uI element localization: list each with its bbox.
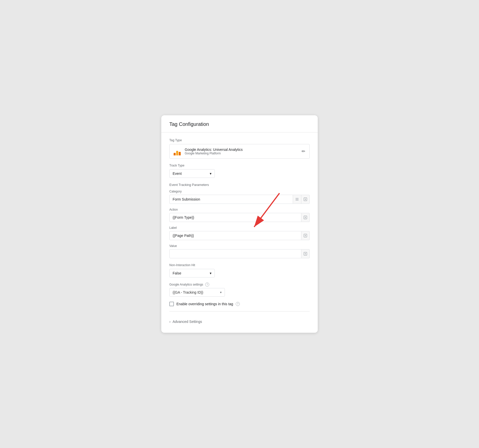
label-variable-icon bbox=[303, 234, 307, 238]
svg-rect-2 bbox=[296, 198, 299, 198]
ga-settings-select[interactable]: {{GA - Tracking ID}} ▾ bbox=[169, 288, 225, 297]
ga-settings-chevron-icon: ▾ bbox=[220, 291, 222, 294]
track-type-select[interactable]: Event ▾ bbox=[169, 169, 215, 178]
advanced-chevron-icon: › bbox=[169, 320, 171, 324]
non-interaction-chevron-icon: ▾ bbox=[210, 271, 211, 275]
action-row bbox=[169, 213, 310, 222]
track-type-value: Event bbox=[173, 172, 182, 176]
action-input[interactable] bbox=[169, 213, 301, 222]
override-settings-label: Enable overriding settings in this tag bbox=[176, 302, 233, 306]
value-variable-btn[interactable] bbox=[301, 249, 310, 258]
variable-icon bbox=[303, 197, 307, 201]
page-title: Tag Configuration bbox=[169, 121, 310, 127]
tag-type-label: Tag Type bbox=[169, 138, 310, 142]
override-settings-checkbox[interactable] bbox=[169, 302, 174, 306]
tag-name: Google Analytics: Universal Analytics bbox=[185, 148, 243, 152]
event-tracking-label: Event Tracking Parameters bbox=[169, 183, 310, 187]
label-field-label: Label bbox=[169, 226, 310, 230]
chevron-down-icon: ▾ bbox=[210, 172, 211, 176]
advanced-settings-row[interactable]: › Advanced Settings bbox=[169, 317, 310, 327]
tag-type-box[interactable]: Google Analytics: Universal Analytics Go… bbox=[169, 144, 310, 159]
advanced-settings-label: Advanced Settings bbox=[173, 320, 202, 324]
ga-analytics-icon bbox=[174, 147, 182, 155]
override-settings-row: Enable overriding settings in this tag ? bbox=[169, 302, 310, 306]
tag-subtitle: Google Marketing Platform bbox=[185, 152, 243, 155]
ga-settings-label: Google Analytics settings bbox=[169, 283, 203, 286]
label-variable-btn[interactable] bbox=[301, 231, 310, 240]
list-icon bbox=[295, 197, 299, 201]
category-input[interactable] bbox=[169, 195, 293, 204]
category-label: Category bbox=[169, 190, 310, 193]
non-interaction-label: Non-Interaction Hit bbox=[169, 263, 310, 267]
track-type-label: Track Type bbox=[169, 164, 310, 167]
non-interaction-value: False bbox=[173, 271, 181, 275]
action-label: Action bbox=[169, 208, 310, 211]
value-variable-icon bbox=[303, 252, 307, 256]
ga-settings-value: {{GA - Tracking ID}} bbox=[173, 290, 203, 294]
edit-icon[interactable]: ✏ bbox=[302, 149, 305, 154]
label-input[interactable] bbox=[169, 231, 301, 240]
category-variable-btn[interactable] bbox=[301, 195, 310, 204]
override-settings-help-icon[interactable]: ? bbox=[236, 302, 240, 306]
ga-settings-help-icon[interactable]: ? bbox=[205, 283, 209, 287]
non-interaction-select[interactable]: False ▾ bbox=[169, 269, 215, 277]
svg-rect-4 bbox=[296, 200, 299, 200]
svg-rect-3 bbox=[296, 199, 299, 199]
action-variable-icon bbox=[303, 215, 307, 219]
action-variable-btn[interactable] bbox=[301, 213, 310, 222]
value-field-label: Value bbox=[169, 244, 310, 248]
value-input[interactable] bbox=[169, 249, 301, 258]
category-list-icon-btn[interactable] bbox=[293, 195, 301, 204]
